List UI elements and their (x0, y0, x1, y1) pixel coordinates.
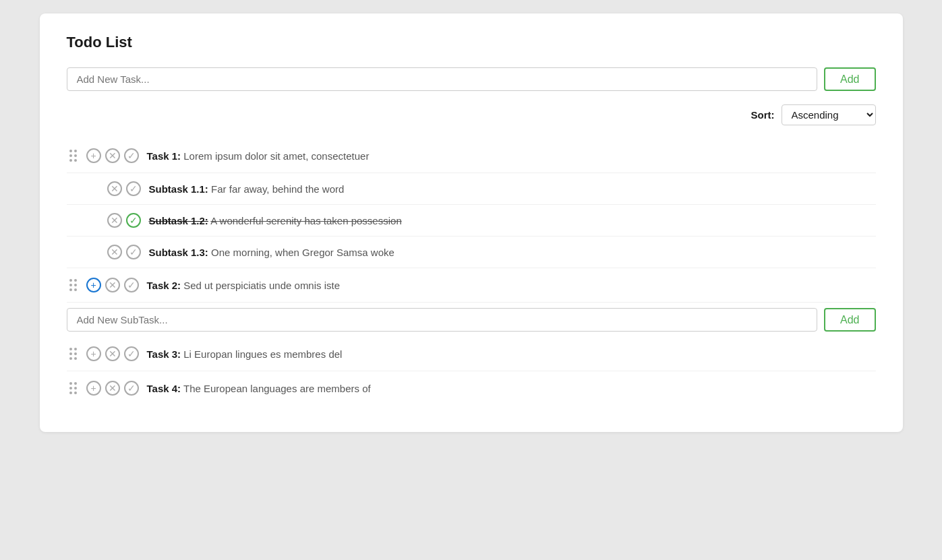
subtask-text: Far far away, behind the word (211, 183, 344, 195)
task-name: Task 3: (147, 348, 181, 360)
subtask-label: Subtask 1.2: A wonderful serenity has ta… (149, 215, 402, 226)
delete-subtask-icon[interactable]: ✕ (107, 213, 122, 228)
add-subtask-icon[interactable]: + (86, 381, 101, 396)
complete-subtask-icon[interactable]: ✓ (126, 245, 141, 259)
subtask-text: One morning, when Gregor Samsa woke (211, 247, 394, 258)
task-row: + ✕ ✓ Task 2: Sed ut perspiciatis unde o… (67, 268, 876, 303)
subtask-icons: ✕ ✓ (107, 213, 141, 228)
subtask-icons: ✕ ✓ (107, 245, 141, 259)
subtask-label: Subtask 1.1: Far far away, behind the wo… (149, 183, 345, 195)
subtask-text: A wonderful serenity has taken possessio… (210, 215, 402, 226)
task-label: Task 3: Li Europan lingues es membres de… (147, 348, 343, 360)
add-task-row: Add (67, 67, 876, 91)
sort-select[interactable]: Ascending Descending (782, 104, 876, 125)
add-subtask-row: Add (67, 308, 876, 332)
todo-container: Todo List Add Sort: Ascending Descending… (40, 13, 903, 432)
add-task-input[interactable] (67, 67, 818, 91)
subtask-name: Subtask 1.2: (149, 215, 208, 226)
task-icons: + ✕ ✓ (86, 381, 139, 396)
complete-subtask-icon[interactable]: ✓ (126, 181, 141, 196)
task-text: The European languages are members of (183, 383, 371, 394)
add-subtask-icon[interactable]: + (86, 148, 101, 163)
task-text: Lorem ipsum dolor sit amet, consectetuer (183, 150, 369, 162)
task-label: Task 2: Sed ut perspiciatis unde omnis i… (147, 280, 341, 291)
sort-row: Sort: Ascending Descending (67, 104, 876, 125)
subtask-row: ✕ ✓ Subtask 1.1: Far far away, behind th… (67, 173, 876, 205)
task-icons: + ✕ ✓ (86, 346, 139, 361)
subtask-label: Subtask 1.3: One morning, when Gregor Sa… (149, 247, 394, 258)
task-text: Sed ut perspiciatis unde omnis iste (183, 280, 340, 291)
task-name: Task 4: (147, 383, 181, 394)
drag-handle[interactable] (67, 381, 80, 396)
task-icons: + ✕ ✓ (86, 148, 139, 163)
add-subtask-button[interactable]: Add (824, 308, 875, 332)
task-list: + ✕ ✓ Task 1: Lorem ipsum dolor sit amet… (67, 139, 876, 405)
delete-task-icon[interactable]: ✕ (105, 148, 120, 163)
task-row: + ✕ ✓ Task 3: Li Europan lingues es memb… (67, 337, 876, 371)
task-row: + ✕ ✓ Task 1: Lorem ipsum dolor sit amet… (67, 139, 876, 173)
task-label: Task 1: Lorem ipsum dolor sit amet, cons… (147, 150, 370, 162)
page-title: Todo List (67, 34, 876, 51)
task-name: Task 2: (147, 280, 181, 291)
drag-handle[interactable] (67, 346, 80, 361)
subtask-row: ✕ ✓ Subtask 1.3: One morning, when Grego… (67, 237, 876, 268)
complete-task-icon[interactable]: ✓ (124, 381, 139, 396)
task-name: Task 1: (147, 150, 181, 162)
complete-task-icon[interactable]: ✓ (124, 148, 139, 163)
task-icons: + ✕ ✓ (86, 278, 139, 292)
add-task-button[interactable]: Add (824, 67, 875, 91)
drag-handle[interactable] (67, 278, 80, 292)
subtask-name: Subtask 1.3: (149, 247, 208, 258)
task-text: Li Europan lingues es membres del (183, 348, 342, 360)
subtask-icons: ✕ ✓ (107, 181, 141, 196)
subtask-name: Subtask 1.1: (149, 183, 208, 195)
add-subtask-icon[interactable]: + (86, 278, 101, 292)
delete-task-icon[interactable]: ✕ (105, 381, 120, 396)
task-row: + ✕ ✓ Task 4: The European languages are… (67, 371, 876, 405)
add-subtask-icon[interactable]: + (86, 346, 101, 361)
delete-task-icon[interactable]: ✕ (105, 346, 120, 361)
delete-task-icon[interactable]: ✕ (105, 278, 120, 292)
drag-handle[interactable] (67, 148, 80, 163)
complete-task-icon[interactable]: ✓ (124, 278, 139, 292)
task-label: Task 4: The European languages are membe… (147, 383, 371, 394)
complete-task-icon[interactable]: ✓ (124, 346, 139, 361)
delete-subtask-icon[interactable]: ✕ (107, 181, 122, 196)
subtask-row: ✕ ✓ Subtask 1.2: A wonderful serenity ha… (67, 205, 876, 237)
complete-subtask-icon[interactable]: ✓ (126, 213, 141, 228)
add-subtask-input[interactable] (67, 308, 818, 332)
sort-label: Sort: (751, 109, 775, 121)
delete-subtask-icon[interactable]: ✕ (107, 245, 122, 259)
